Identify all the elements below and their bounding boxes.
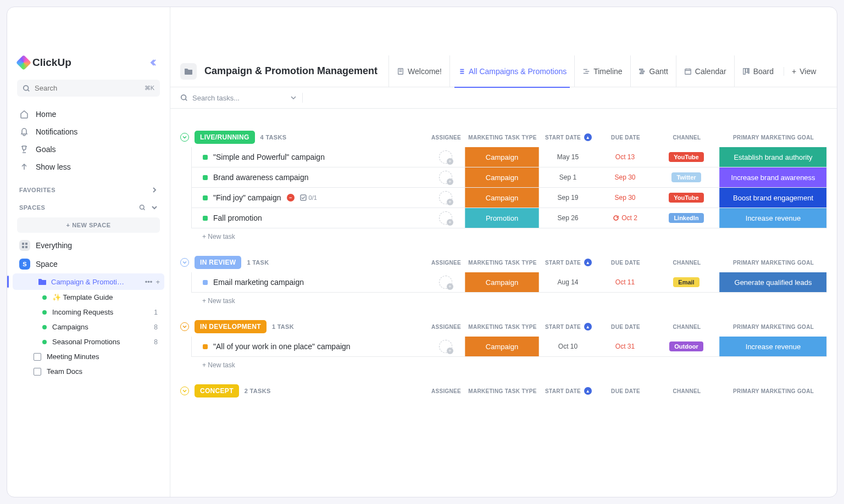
- add-assignee-icon[interactable]: [439, 171, 452, 184]
- goal-cell[interactable]: Generate qualified leads: [719, 272, 826, 292]
- collapse-group-icon[interactable]: [180, 322, 189, 331]
- channel-cell[interactable]: Email: [653, 272, 719, 292]
- assignee-cell[interactable]: [426, 188, 465, 208]
- folder-chip-icon[interactable]: [180, 63, 197, 80]
- collapse-group-icon[interactable]: [180, 387, 189, 395]
- collapse-group-icon[interactable]: [180, 133, 189, 142]
- tab-calendar[interactable]: Calendar: [676, 55, 734, 87]
- col-due[interactable]: DUE DATE: [597, 133, 654, 141]
- col-goal[interactable]: PRIMARY MARKETING GOAL: [720, 259, 827, 266]
- col-assignee[interactable]: ASSIGNEE: [427, 387, 465, 395]
- search-tasks[interactable]: Search tasks...: [180, 94, 285, 102]
- type-cell[interactable]: Campaign: [465, 272, 539, 292]
- col-start[interactable]: START DATE▲: [540, 323, 597, 331]
- assignee-cell[interactable]: [426, 337, 465, 356]
- start-date-cell[interactable]: May 15: [539, 147, 597, 167]
- sidebar-folder-campaign[interactable]: Campaign & Promotion M… ••• +: [13, 273, 164, 290]
- col-goal[interactable]: PRIMARY MARKETING GOAL: [720, 323, 827, 331]
- status-chip[interactable]: IN DEVELOPMENT: [195, 320, 266, 333]
- favorites-header[interactable]: FAVORITES: [7, 179, 170, 197]
- type-cell[interactable]: Campaign: [465, 167, 539, 187]
- col-assignee[interactable]: ASSIGNEE: [427, 323, 465, 331]
- col-due[interactable]: DUE DATE: [597, 323, 654, 331]
- col-start[interactable]: START DATE▲: [540, 133, 597, 141]
- goal-cell[interactable]: Establish brand authority: [719, 147, 826, 167]
- doc-item[interactable]: Meeting Minutes: [7, 349, 170, 364]
- status-square[interactable]: [203, 216, 208, 221]
- col-channel[interactable]: CHANNEL: [654, 387, 720, 395]
- due-date-cell[interactable]: Oct 11: [597, 272, 653, 292]
- col-assignee[interactable]: ASSIGNEE: [427, 133, 465, 141]
- sidebar-item-space[interactable]: S Space: [7, 255, 170, 273]
- channel-cell[interactable]: YouTube: [653, 188, 719, 208]
- assignee-cell[interactable]: [426, 147, 465, 167]
- goal-cell[interactable]: Increase revenue: [719, 208, 826, 228]
- task-row[interactable]: "All of your work in one place" campaign…: [191, 337, 827, 357]
- due-date-cell[interactable]: Sep 30: [597, 167, 653, 187]
- status-square[interactable]: [203, 195, 208, 200]
- start-date-cell[interactable]: Sep 19: [539, 188, 597, 208]
- col-type[interactable]: MARKETING TASK TYPE: [465, 133, 540, 141]
- task-name-cell[interactable]: "Find joy" campaign −0/1: [192, 188, 426, 208]
- add-assignee-icon[interactable]: [439, 276, 452, 289]
- task-row[interactable]: "Find joy" campaign −0/1 Campaign Sep 19…: [191, 188, 827, 208]
- task-name-cell[interactable]: Brand awareness campaign: [192, 167, 426, 187]
- chevron-down-icon[interactable]: [290, 94, 297, 101]
- channel-cell[interactable]: Outdoor: [653, 337, 719, 356]
- task-row[interactable]: Email marketing campaign Campaign Aug 14…: [191, 272, 827, 293]
- nav-item-home[interactable]: Home: [7, 105, 170, 123]
- new-task-button[interactable]: + New task: [180, 228, 827, 240]
- collapse-sidebar-icon[interactable]: [150, 58, 159, 67]
- collapse-group-icon[interactable]: [180, 258, 189, 267]
- nav-item-show-less[interactable]: Show less: [7, 158, 170, 176]
- type-cell[interactable]: Campaign: [465, 188, 539, 208]
- add-assignee-icon[interactable]: [439, 191, 452, 204]
- channel-cell[interactable]: YouTube: [653, 147, 719, 167]
- new-task-button[interactable]: + New task: [180, 357, 827, 369]
- task-name-cell[interactable]: "All of your work in one place" campaign: [192, 337, 426, 356]
- more-icon[interactable]: •••: [145, 278, 153, 286]
- new-task-button[interactable]: + New task: [180, 293, 827, 305]
- status-square[interactable]: [203, 344, 208, 349]
- channel-cell[interactable]: LinkedIn: [653, 208, 719, 228]
- col-start[interactable]: START DATE▲: [540, 259, 597, 266]
- goal-cell[interactable]: Boost brand engagement: [719, 188, 826, 208]
- col-assignee[interactable]: ASSIGNEE: [427, 259, 465, 266]
- due-date-cell[interactable]: Sep 30: [597, 188, 653, 208]
- assignee-cell[interactable]: [426, 208, 465, 228]
- start-date-cell[interactable]: Sep 26: [539, 208, 597, 228]
- status-square[interactable]: [203, 175, 208, 180]
- add-icon[interactable]: +: [156, 278, 160, 286]
- nav-item-notifications[interactable]: Notifications: [7, 123, 170, 141]
- due-date-cell[interactable]: Oct 2: [597, 208, 653, 228]
- col-goal[interactable]: PRIMARY MARKETING GOAL: [720, 133, 827, 141]
- start-date-cell[interactable]: Sep 1: [539, 167, 597, 187]
- col-channel[interactable]: CHANNEL: [654, 323, 720, 331]
- due-date-cell[interactable]: Oct 31: [597, 337, 653, 356]
- goal-cell[interactable]: Increase revenue: [719, 337, 826, 356]
- chevron-down-icon[interactable]: [151, 204, 158, 211]
- tab-board[interactable]: Board: [734, 55, 781, 87]
- col-type[interactable]: MARKETING TASK TYPE: [465, 387, 540, 395]
- add-view-button[interactable]: + View: [784, 67, 824, 76]
- status-square[interactable]: [203, 280, 208, 285]
- task-row[interactable]: "Simple and Powerful" campaign Campaign …: [191, 147, 827, 167]
- add-assignee-icon[interactable]: [439, 211, 452, 225]
- type-cell[interactable]: Promotion: [465, 208, 539, 228]
- col-due[interactable]: DUE DATE: [597, 387, 654, 395]
- task-name-cell[interactable]: "Simple and Powerful" campaign: [192, 147, 426, 167]
- status-chip[interactable]: IN REVIEW: [195, 256, 241, 269]
- list-item[interactable]: Seasonal Promotions8: [7, 334, 170, 349]
- assignee-cell[interactable]: [426, 272, 465, 292]
- type-cell[interactable]: Campaign: [465, 337, 539, 356]
- assignee-cell[interactable]: [426, 167, 465, 187]
- add-assignee-icon[interactable]: [439, 150, 452, 164]
- doc-item[interactable]: Team Docs: [7, 364, 170, 379]
- goal-cell[interactable]: Increase brand awareness: [719, 167, 826, 187]
- sidebar-search-input[interactable]: [35, 84, 140, 92]
- logo[interactable]: ClickUp: [18, 57, 71, 69]
- col-due[interactable]: DUE DATE: [597, 259, 654, 266]
- due-date-cell[interactable]: Oct 13: [597, 147, 653, 167]
- sidebar-search[interactable]: ⌘K: [17, 80, 160, 97]
- start-date-cell[interactable]: Oct 10: [539, 337, 597, 356]
